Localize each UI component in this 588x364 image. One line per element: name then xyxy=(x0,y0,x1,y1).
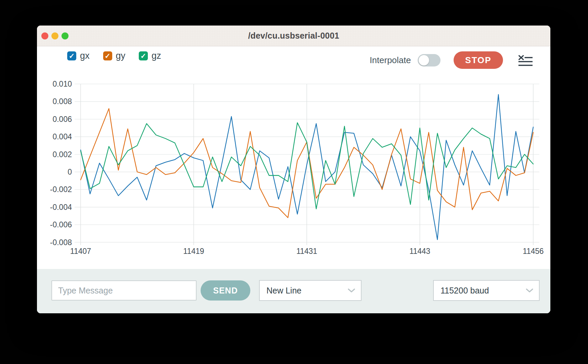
footer-bar: SEND New Line 115200 baud xyxy=(37,269,550,313)
series-legend: ✓ gx ✓ gy ✓ gz xyxy=(67,51,161,61)
line-ending-select[interactable]: New Line xyxy=(259,280,362,301)
svg-text:-0.006: -0.006 xyxy=(50,220,72,229)
traffic-lights xyxy=(41,32,69,39)
svg-text:11456: 11456 xyxy=(523,247,544,256)
interpolate-label: Interpolate xyxy=(367,55,411,65)
stop-button[interactable]: STOP xyxy=(454,51,503,69)
toggle-knob xyxy=(419,55,429,65)
series-label-gz: gz xyxy=(152,51,161,61)
series-toggle-gz[interactable]: ✓ gz xyxy=(139,51,161,61)
checkbox-checked-icon[interactable]: ✓ xyxy=(67,51,76,60)
minimize-window-button[interactable] xyxy=(51,32,58,39)
svg-text:11431: 11431 xyxy=(296,247,317,256)
line-chart[interactable]: 0.0100.0080.0060.0040.0020-0.002-0.004-0… xyxy=(37,67,550,269)
titlebar: /dev/cu.usbserial-0001 xyxy=(37,26,550,46)
chevron-down-icon xyxy=(347,288,355,293)
chevron-down-icon xyxy=(526,288,534,293)
svg-text:11443: 11443 xyxy=(409,247,430,256)
baud-select[interactable]: 115200 baud xyxy=(433,280,540,301)
close-window-button[interactable] xyxy=(41,32,48,39)
svg-text:0.004: 0.004 xyxy=(52,132,72,141)
line-ending-value: New Line xyxy=(266,286,301,295)
svg-text:0: 0 xyxy=(68,168,72,176)
zoom-window-button[interactable] xyxy=(61,32,69,39)
svg-text:-0.004: -0.004 xyxy=(50,203,72,212)
app-window: /dev/cu.usbserial-0001 ✓ gx ✓ gy ✓ gz In… xyxy=(37,26,550,313)
window-title: /dev/cu.usbserial-0001 xyxy=(248,31,339,41)
svg-text:0.006: 0.006 xyxy=(52,115,72,124)
svg-text:11419: 11419 xyxy=(183,247,204,256)
clear-log-icon[interactable] xyxy=(518,55,533,66)
series-label-gx: gx xyxy=(80,51,90,61)
svg-text:11407: 11407 xyxy=(70,247,91,256)
svg-text:-0.008: -0.008 xyxy=(50,238,72,247)
checkbox-checked-icon[interactable]: ✓ xyxy=(103,51,112,60)
svg-text:0.002: 0.002 xyxy=(52,150,72,159)
series-toggle-gx[interactable]: ✓ gx xyxy=(67,51,90,61)
send-button[interactable]: SEND xyxy=(201,280,250,301)
checkbox-checked-icon[interactable]: ✓ xyxy=(139,51,148,60)
series-label-gy: gy xyxy=(116,51,126,61)
series-toggle-gy[interactable]: ✓ gy xyxy=(103,51,126,61)
svg-text:0.010: 0.010 xyxy=(52,80,72,88)
svg-text:0.008: 0.008 xyxy=(52,97,72,106)
message-input[interactable] xyxy=(51,280,197,301)
svg-text:-0.002: -0.002 xyxy=(50,185,72,194)
interpolate-toggle[interactable] xyxy=(418,54,440,66)
baud-value: 115200 baud xyxy=(440,286,489,295)
x-list-icon xyxy=(518,55,533,66)
